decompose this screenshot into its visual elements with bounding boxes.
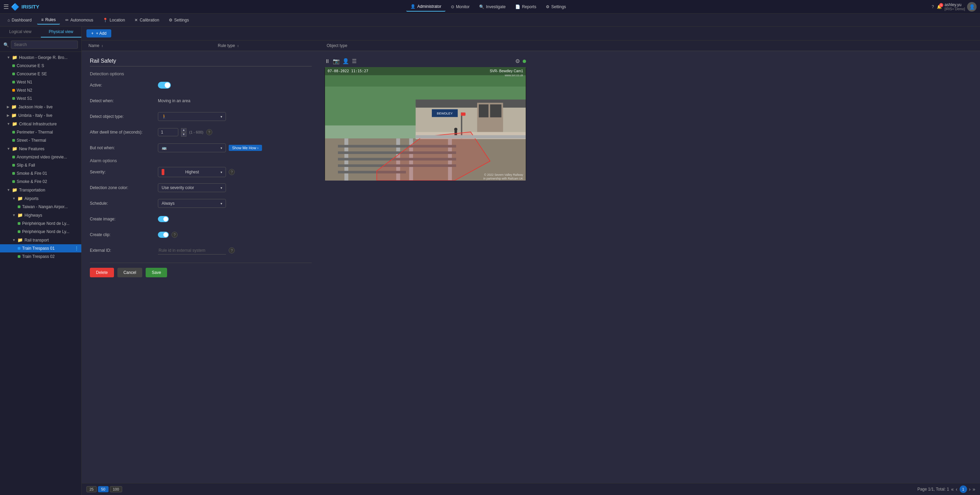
sidebar-item-smoke-fire-02[interactable]: Smoke & Fire 02 xyxy=(0,177,81,186)
list-button[interactable]: ☰ xyxy=(352,58,356,64)
help-icon[interactable]: ? xyxy=(932,5,934,9)
sidebar-item-perimeter-thermal[interactable]: Perimeter - Thermal xyxy=(0,128,81,136)
user-info: ashley.yu [IRIS+ Demo] 👤 xyxy=(945,2,977,11)
sidebar-item-critical-infra[interactable]: ▼ 📁 Critical Infrastructure xyxy=(0,120,81,128)
external-id-help-icon[interactable]: ? xyxy=(229,248,235,254)
sidebar-item-highways[interactable]: ▼ 📁 Highways xyxy=(0,211,81,219)
nav-location[interactable]: 📍 Location xyxy=(99,16,129,24)
sidebar-item-train-trespass-02[interactable]: Train Trespass 02 xyxy=(0,252,81,260)
col-object-type: Object type xyxy=(327,43,973,48)
page-size-50[interactable]: 50 xyxy=(98,486,108,492)
nav-administrator[interactable]: 👤 Administrator xyxy=(406,2,445,11)
page-size-25[interactable]: 25 xyxy=(86,486,97,492)
sidebar-item-taiwan[interactable]: Taiwan - Nangan Airpor... xyxy=(0,203,81,211)
chevron-down-icon: ▼ xyxy=(12,213,16,217)
delete-button[interactable]: Delete xyxy=(90,268,114,277)
nav-left: ☰ 🔷 IRISITY xyxy=(3,3,45,11)
save-button[interactable]: Save xyxy=(146,268,167,277)
prev-page-button[interactable]: ‹ xyxy=(956,487,958,492)
svg-point-25 xyxy=(454,128,458,131)
nav-monitor[interactable]: ⊙ Monitor xyxy=(447,2,474,11)
sort-icon[interactable]: ↕ xyxy=(102,44,103,48)
nav-calibration[interactable]: ✕ Calibration xyxy=(130,16,163,24)
dwell-help-icon[interactable]: ? xyxy=(206,129,212,135)
sidebar-search-container: 🔍 xyxy=(0,38,81,52)
nav-reports[interactable]: 📄 Reports xyxy=(511,2,540,11)
sidebar-item-street-thermal[interactable]: Street - Thermal xyxy=(0,136,81,144)
tab-physical-view[interactable]: Physical view xyxy=(41,27,82,37)
sidebar-item-new-features[interactable]: ▼ 📁 New Features xyxy=(0,144,81,153)
dashboard-icon: ⌂ xyxy=(8,18,10,22)
show-me-how-button[interactable]: Show Me How › xyxy=(229,145,262,151)
last-page-button[interactable]: » xyxy=(972,487,975,492)
create-clip-label: Create clip: xyxy=(90,232,158,237)
user-avatar[interactable]: 👤 xyxy=(967,2,977,11)
create-image-toggle[interactable] xyxy=(158,216,169,222)
add-button[interactable]: + + Add xyxy=(86,29,111,37)
snapshot-button[interactable]: 📷 xyxy=(333,58,340,64)
nav-rules[interactable]: ≡ Rules xyxy=(37,16,60,24)
sidebar-item-train-trespass-01[interactable]: Train Trespass 01 ⋮ xyxy=(0,244,81,252)
detect-object-select[interactable]: 🚶 ▾ xyxy=(158,112,226,121)
sidebar-item-label: Anonymized video (previe... xyxy=(17,155,67,160)
main-navigation: 👤 Administrator ⊙ Monitor 🔍 Investigate … xyxy=(406,2,570,11)
chevron-down-icon: ▾ xyxy=(221,115,222,118)
but-not-when-select[interactable]: 🚌 ▾ xyxy=(158,144,226,152)
form-row-dwell-time: After dwell time of (seconds): ▲ ▼ (1 - … xyxy=(90,127,312,137)
page-size-100[interactable]: 100 xyxy=(110,486,122,492)
sidebar-item-airports[interactable]: ▼ 📁 Airports xyxy=(0,194,81,203)
nav-autonomous[interactable]: ✏ Autonomous xyxy=(61,16,97,24)
sidebar-item-transportation[interactable]: ▼ 📁 Transportation xyxy=(0,186,81,194)
pause-button[interactable]: ⏸ xyxy=(325,58,330,64)
hamburger-menu[interactable]: ☰ xyxy=(3,3,9,11)
first-page-button[interactable]: « xyxy=(951,487,954,492)
external-id-input[interactable] xyxy=(158,247,226,254)
dwell-down-button[interactable]: ▼ xyxy=(181,133,186,137)
dwell-time-input[interactable] xyxy=(158,128,178,136)
sidebar-item-west-n2[interactable]: West N2 xyxy=(0,86,81,94)
sidebar-item-label: Umbria - Italy - live xyxy=(18,113,52,118)
autonomous-icon: ✏ xyxy=(65,18,69,22)
svg-text:© 2022 Severn Valley Railway: © 2022 Severn Valley Railway xyxy=(484,173,523,176)
create-clip-toggle[interactable] xyxy=(158,232,169,238)
context-menu-icon[interactable]: ⋮ xyxy=(75,246,79,251)
user-button[interactable]: 👤 xyxy=(342,58,349,64)
camera-feed: BEWDLEY xyxy=(325,67,526,180)
active-toggle[interactable] xyxy=(158,82,171,89)
severity-select[interactable]: Highest ▾ xyxy=(158,167,226,177)
sidebar-item-west-n1[interactable]: West N1 xyxy=(0,78,81,86)
sidebar-item-concourse-es[interactable]: Concourse E S xyxy=(0,62,81,70)
sidebar-item-houston[interactable]: ▼ 📁 Houston - George R. Bro... xyxy=(0,53,81,62)
sidebar-item-peripherique-1[interactable]: Périphérique Nord de Ly... xyxy=(0,219,81,228)
nav-investigate[interactable]: 🔍 Investigate xyxy=(475,2,510,11)
sidebar-item-slip-fall[interactable]: Slip & Fall xyxy=(0,161,81,169)
tab-logical-view[interactable]: Logical view xyxy=(0,27,41,37)
create-clip-help-icon[interactable]: ? xyxy=(172,232,178,238)
camera-settings-button[interactable]: ⚙ xyxy=(515,58,520,64)
folder-icon: 📁 xyxy=(18,212,23,218)
sort-icon[interactable]: ↕ xyxy=(237,44,239,48)
cancel-button[interactable]: Cancel xyxy=(118,268,142,277)
schedule-select[interactable]: Always ▾ xyxy=(158,199,226,208)
sidebar-item-west-s1[interactable]: West S1 xyxy=(0,94,81,102)
sidebar-item-concourse-ese[interactable]: Concourse E SE xyxy=(0,70,81,78)
notification-bell[interactable]: 🔔 1 xyxy=(937,5,942,9)
nav-second-settings[interactable]: ⚙ Settings xyxy=(165,16,193,24)
sidebar-item-label: Concourse E SE xyxy=(17,72,47,76)
sidebar-item-rail-transport[interactable]: ▼ 📁 Rail transport xyxy=(0,236,81,244)
user-name: ashley.yu xyxy=(945,2,965,7)
nav-dashboard[interactable]: ⌂ Dashboard xyxy=(3,16,36,24)
next-page-button[interactable]: › xyxy=(969,487,971,492)
sidebar-item-smoke-fire-01[interactable]: Smoke & Fire 01 xyxy=(0,169,81,177)
sidebar-item-anonymized[interactable]: Anonymized video (previe... xyxy=(0,153,81,161)
camera-status-dot xyxy=(12,73,15,75)
detection-zone-color-select[interactable]: Use severity color ▾ xyxy=(158,183,226,192)
sidebar-item-umbria[interactable]: ▶ 📁 Umbria - Italy - live xyxy=(0,111,81,120)
sidebar-item-peripherique-2[interactable]: Périphérique Nord de Ly... xyxy=(0,228,81,236)
dwell-up-button[interactable]: ▲ xyxy=(181,128,186,132)
severity-help-icon[interactable]: ? xyxy=(229,169,235,175)
folder-icon: 📁 xyxy=(18,196,23,201)
sidebar-item-jackson-hole[interactable]: ▶ 📁 Jackson Hole - live xyxy=(0,102,81,111)
nav-settings[interactable]: ⚙ Settings xyxy=(542,2,570,11)
search-input[interactable] xyxy=(11,40,78,49)
